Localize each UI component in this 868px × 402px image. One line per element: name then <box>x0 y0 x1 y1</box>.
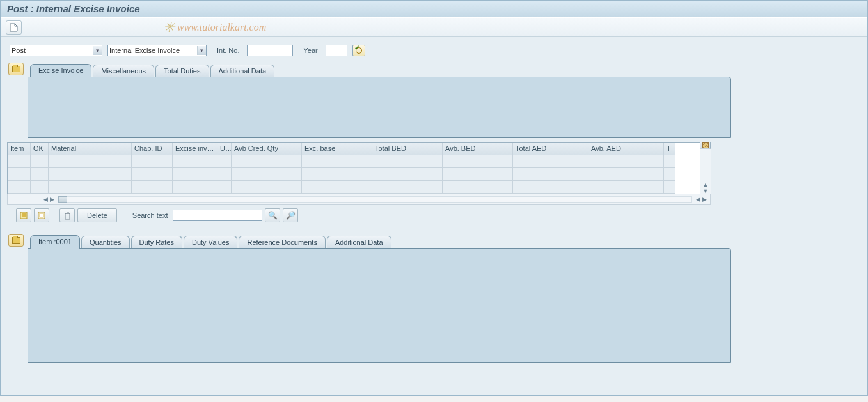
folder-icon <box>12 237 20 244</box>
grid-config-button[interactable] <box>700 142 711 149</box>
find-button[interactable]: 🔍 <box>265 208 280 222</box>
action-dropdown[interactable]: Post <box>10 45 102 56</box>
folder-icon <box>12 66 20 72</box>
tab-excise-invoice[interactable]: Excise Invoice <box>30 64 91 77</box>
chevron-down-icon <box>93 46 102 55</box>
col-chap-id[interactable]: Chap. ID <box>132 143 173 155</box>
svg-rect-1 <box>22 213 26 217</box>
scroll-down-icon[interactable]: ▼ <box>700 188 711 194</box>
deselect-all-button[interactable] <box>34 208 49 222</box>
tab-duty-values[interactable]: Duty Values <box>184 236 238 249</box>
scroll-up-icon[interactable]: ▲ <box>700 182 711 188</box>
document-type-dropdown[interactable]: Internal Excise Invoice <box>107 45 207 56</box>
chevron-down-icon <box>197 46 206 55</box>
tab-quantities[interactable]: Quantities <box>81 236 130 249</box>
header-tab-body <box>28 77 731 138</box>
year-input[interactable] <box>326 45 347 56</box>
grid-toolbar: Delete Search text 🔍 🔎 <box>15 206 718 225</box>
filter-bar: Post Internal Excise Invoice Int. No. Ye… <box>6 42 862 63</box>
intno-input[interactable] <box>247 45 293 56</box>
document-icon <box>10 23 18 32</box>
tab-miscellaneous[interactable]: Miscellaneous <box>93 65 154 77</box>
items-grid-wrap: Item OK Material Chap. ID Excise invoi..… <box>7 142 711 205</box>
select-all-icon <box>20 212 28 219</box>
search-label: Search text <box>132 212 171 219</box>
scroll-left-icon[interactable]: ◀ <box>42 196 49 203</box>
document-type-value: Internal Excise Invoice <box>109 47 180 54</box>
item-tab-body <box>28 248 731 363</box>
action-dropdown-value: Post <box>12 47 26 54</box>
grid-horizontal-scrollbar[interactable]: ◀ ▶ ◀ ▶ <box>7 194 711 205</box>
deselect-all-icon <box>38 212 45 219</box>
trash-button[interactable] <box>59 208 75 222</box>
binoculars-icon: 🔍 <box>268 211 278 220</box>
grid-header-row: Item OK Material Chap. ID Excise invoi..… <box>8 143 700 155</box>
scroll-right-icon[interactable]: ▶ <box>49 196 55 203</box>
select-all-button[interactable] <box>16 208 31 222</box>
item-detail-section: Item :0001 Quantities Duty Rates Duty Va… <box>6 234 862 363</box>
scroll-left-end-icon[interactable]: ◀ <box>695 196 701 203</box>
col-exc-base[interactable]: Exc. base <box>302 143 372 155</box>
tab-item-0001[interactable]: Item :0001 <box>30 235 80 249</box>
intno-label: Int. No. <box>212 47 242 54</box>
year-label: Year <box>298 47 320 54</box>
grid-row[interactable] <box>8 181 700 194</box>
scroll-right-end-icon[interactable]: ▶ <box>701 196 707 203</box>
item-tabs: Item :0001 Quantities Duty Rates Duty Va… <box>28 234 731 248</box>
col-total-bed[interactable]: Total BED <box>372 143 443 155</box>
execute-icon <box>356 47 362 54</box>
col-ok[interactable]: OK <box>31 143 49 155</box>
content-area: Post Internal Excise Invoice Int. No. Ye… <box>1 37 867 395</box>
col-t[interactable]: T <box>664 143 675 155</box>
config-icon <box>702 142 709 148</box>
tab-additional-data-item[interactable]: Additional Data <box>327 236 391 249</box>
find-next-button[interactable]: 🔎 <box>283 208 298 222</box>
tab-total-duties[interactable]: Total Duties <box>155 65 209 77</box>
items-grid[interactable]: Item OK Material Chap. ID Excise invoi..… <box>7 142 700 194</box>
col-uom[interactable]: U... <box>217 143 232 155</box>
new-document-button[interactable] <box>6 20 22 35</box>
col-avb-aed[interactable]: Avb. AED <box>588 143 664 155</box>
col-avb-cred-qty[interactable]: Avb Cred. Qty <box>232 143 302 155</box>
app-toolbar <box>1 17 867 36</box>
delete-button[interactable]: Delete <box>77 208 117 222</box>
scrollbar-thumb[interactable] <box>58 196 67 203</box>
tab-reference-documents[interactable]: Reference Documents <box>239 236 325 249</box>
execute-button[interactable] <box>352 45 365 56</box>
page-title: Post : Internal Excise Invoice <box>7 3 140 14</box>
trash-icon <box>64 212 71 220</box>
binoculars-next-icon: 🔎 <box>286 211 296 220</box>
collapse-item-button[interactable] <box>8 234 24 247</box>
grid-vertical-scrollbar[interactable]: ▲ ▼ <box>700 142 711 194</box>
search-input[interactable] <box>173 210 262 221</box>
grid-row[interactable] <box>8 155 700 168</box>
grid-row[interactable] <box>8 168 700 181</box>
tab-additional-data-header[interactable]: Additional Data <box>210 65 275 77</box>
col-excise-invoice[interactable]: Excise invoi... <box>173 143 217 155</box>
title-bar: Post : Internal Excise Invoice <box>1 1 867 17</box>
app-frame: Post : Internal Excise Invoice Post Inte… <box>0 0 868 396</box>
header-tabs: Excise Invoice Miscellaneous Total Dutie… <box>28 63 731 77</box>
header-section: Excise Invoice Miscellaneous Total Dutie… <box>6 63 862 138</box>
col-avb-bed[interactable]: Avb. BED <box>443 143 513 155</box>
collapse-header-button[interactable] <box>8 63 24 75</box>
tab-duty-rates[interactable]: Duty Rates <box>131 236 182 249</box>
col-item[interactable]: Item <box>8 143 31 155</box>
col-material[interactable]: Material <box>49 143 132 155</box>
col-total-aed[interactable]: Total AED <box>513 143 588 155</box>
